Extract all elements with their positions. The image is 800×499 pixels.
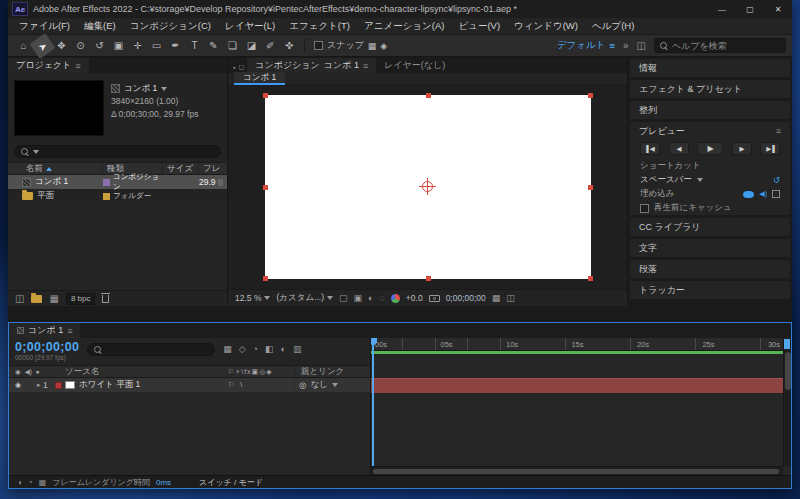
text-tool-icon[interactable]: T (185, 37, 204, 55)
tab-layer-viewer[interactable]: レイヤー(なし) (376, 58, 453, 73)
menu-animation[interactable]: アニメーション(A) (357, 20, 452, 33)
transform-handle[interactable] (426, 276, 431, 281)
layer-twirl-icon[interactable]: ▸ (29, 381, 43, 389)
menu-composition[interactable]: コンポジション(C) (123, 20, 218, 33)
reset-icon[interactable]: ↺ (773, 175, 780, 185)
timeline-timecode[interactable]: 0;00;00;00 (15, 341, 79, 354)
panel-menu-icon[interactable]: ≡ (67, 326, 72, 336)
column-header-parent-link[interactable]: 親とリンク (294, 366, 370, 378)
timeline-horizontal-scrollbar[interactable] (371, 466, 783, 475)
resolution-dropdown[interactable]: (カスタム...) (276, 292, 333, 304)
clone-stamp-tool-icon[interactable]: ❏ (223, 37, 242, 55)
play-button[interactable]: ▶ (697, 142, 723, 155)
guides-icon[interactable]: ◌ (379, 293, 384, 303)
panel-divider[interactable] (8, 306, 792, 322)
region-of-interest-icon[interactable]: ▢ (339, 293, 348, 303)
snapshot-camera-icon[interactable] (429, 295, 440, 302)
panel-menu-icon[interactable]: ≡ (776, 126, 781, 136)
layer-duration-bar[interactable] (371, 378, 783, 393)
render-queue-icon[interactable]: ▦ (39, 478, 47, 487)
channel-selector-icon[interactable] (391, 294, 400, 303)
render-status-icon[interactable]: ◑ (17, 478, 22, 487)
roto-brush-tool-icon[interactable]: ✐ (261, 37, 280, 55)
transform-handle[interactable] (426, 93, 431, 98)
help-search-box[interactable] (654, 38, 786, 53)
selection-tool-icon[interactable]: ➤ (30, 33, 56, 59)
pen-tool-icon[interactable]: ✒ (166, 37, 185, 55)
next-frame-button[interactable]: ▶ (732, 142, 752, 155)
project-row-folder[interactable]: 平面 フォルダー (8, 189, 227, 203)
first-frame-button[interactable]: ▌◀ (640, 142, 660, 155)
timeline-vertical-scrollbar[interactable] (783, 338, 791, 466)
shortcut-value-dropdown[interactable]: スペースバー (640, 174, 692, 186)
layer-label-color-chip[interactable] (55, 382, 62, 389)
minimize-button[interactable]: — (708, 0, 736, 18)
frame-blending-icon[interactable]: ◧ (265, 344, 274, 354)
viewer-comp-tab[interactable]: コンポ 1 (234, 72, 285, 85)
pan-behind-tool-icon[interactable]: ✛ (128, 37, 147, 55)
render-time-clock-icon[interactable]: ◔ (28, 478, 33, 487)
graph-editor-icon[interactable]: ▥ (293, 344, 302, 354)
project-search-input[interactable] (14, 145, 221, 158)
anchor-point-icon[interactable] (422, 181, 433, 192)
column-header-fps[interactable]: フレ (199, 163, 227, 174)
draft-3d-icon[interactable]: ◇ (239, 344, 246, 354)
mask-toggle-icon[interactable]: ◐ (368, 293, 373, 303)
menu-layer[interactable]: レイヤー(L) (218, 20, 282, 33)
zoom-level-dropdown[interactable]: 12.5 % (235, 293, 270, 303)
workspace-overflow-chevrons[interactable]: » (623, 40, 629, 51)
previous-frame-button[interactable]: ◀ (669, 142, 689, 155)
transform-handle[interactable] (588, 93, 593, 98)
viewer-timecode[interactable]: 0;00;00;00 (446, 293, 486, 303)
panel-menu-icon[interactable]: ≡ (363, 61, 368, 71)
exposure-control[interactable]: +0.0 (406, 293, 423, 303)
zoom-tool-icon[interactable]: ⊙ (71, 37, 90, 55)
panel-paragraph[interactable]: 段落 (630, 260, 790, 278)
timeline-track-area[interactable]: 00s 05s 10s 15s 20s 25s 30s (371, 338, 791, 475)
menu-file[interactable]: ファイル(F) (12, 20, 77, 33)
time-ruler[interactable]: 00s 05s 10s 15s 20s 25s 30s (371, 338, 791, 351)
column-header-source-name[interactable]: ソース名 (57, 366, 228, 378)
flowchart-icon[interactable]: ◫ (506, 293, 515, 303)
snap-checkbox[interactable] (314, 41, 323, 50)
work-area-bar[interactable] (371, 351, 783, 354)
panel-cc-libraries[interactable]: CC ライブラリ (630, 218, 790, 236)
pick-whip-icon[interactable]: ◎ (299, 380, 306, 390)
eraser-tool-icon[interactable]: ◪ (242, 37, 261, 55)
help-search-input[interactable] (672, 41, 780, 51)
timeline-layer-row[interactable]: ◉ ▸ 1 ホワイト 平面 1 ⚐ \ ◎ なし (9, 378, 370, 393)
shape-tool-icon[interactable]: ▭ (147, 37, 166, 55)
menu-effect[interactable]: エフェクト(T) (282, 20, 357, 33)
grid-options-icon[interactable]: ▦ (492, 293, 501, 303)
timeline-search-input[interactable] (87, 343, 215, 356)
layer-parent-dropdown[interactable]: なし (310, 379, 327, 391)
tab-timeline-comp1[interactable]: コンポ 1 ≡ (9, 323, 80, 338)
switches-modes-toggle[interactable]: スイッチ / モード (199, 477, 263, 488)
brush-tool-icon[interactable]: ✎ (204, 37, 223, 55)
new-composition-icon[interactable]: ▦ (49, 293, 58, 304)
time-navigator-handle[interactable] (784, 339, 790, 349)
transform-handle[interactable] (263, 185, 268, 190)
transform-handle[interactable] (588, 276, 593, 281)
snap-feature-icon[interactable]: ◈ (380, 41, 387, 51)
panel-align[interactable]: 整列 (630, 101, 790, 119)
column-header-name[interactable]: 名前 (8, 163, 103, 174)
panel-character[interactable]: 文字 (630, 239, 790, 257)
chevron-down-icon[interactable] (161, 87, 167, 91)
panel-box-icon[interactable]: ◫ (637, 40, 646, 51)
transform-handle[interactable] (263, 276, 268, 281)
panel-preview-header[interactable]: プレビュー ≡ (630, 122, 790, 140)
new-folder-icon[interactable] (31, 295, 42, 303)
composition-canvas[interactable] (265, 95, 591, 279)
hide-shy-layers-icon[interactable]: ◔ (253, 344, 258, 354)
composition-viewport[interactable] (228, 86, 627, 289)
include-overlays-icon[interactable] (772, 190, 780, 198)
transform-handle[interactable] (588, 185, 593, 190)
cache-before-playback-checkbox[interactable] (640, 204, 649, 213)
workspace-selector[interactable]: デフォルト ≡ (557, 39, 615, 52)
scrollbar-thumb[interactable] (373, 469, 779, 474)
project-row-comp1[interactable]: コンポ 1 コンポジション 29.9 (8, 175, 227, 189)
menu-edit[interactable]: 編集(E) (77, 20, 123, 33)
include-audio-icon[interactable]: ◀) (759, 190, 767, 198)
column-header-size[interactable]: サイズ (163, 163, 199, 174)
